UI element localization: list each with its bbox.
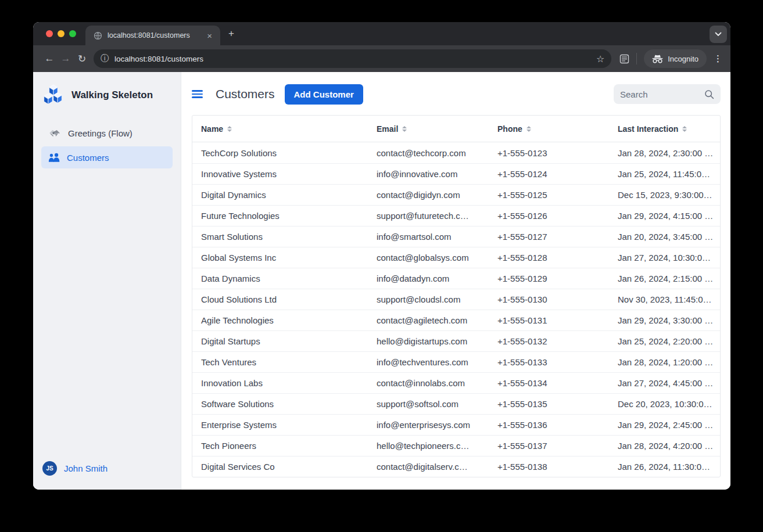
cell-phone: +1-555-0138 [489, 456, 609, 477]
minimize-window-button[interactable] [58, 30, 65, 37]
search-icon [704, 89, 714, 99]
cell-name: Digital Dynamics [192, 185, 368, 205]
back-button[interactable]: ← [41, 53, 58, 64]
table-row[interactable]: Future Technologies support@futuretech.c… [192, 205, 720, 226]
close-tab-icon[interactable]: × [205, 30, 214, 41]
table-row[interactable]: Enterprise Systems info@enterprisesys.co… [192, 414, 720, 435]
add-customer-button[interactable]: Add Customer [285, 84, 363, 105]
table-row[interactable]: Innovative Systems info@innovative.com +… [192, 163, 720, 184]
table-row[interactable]: Software Solutions support@softsol.com +… [192, 393, 720, 414]
table-row[interactable]: Global Systems Inc contact@globalsys.com… [192, 247, 720, 268]
reload-button[interactable]: ↻ [74, 53, 90, 65]
cell-name: Future Technologies [192, 206, 368, 226]
table-row[interactable]: Innovation Labs contact@innolabs.com +1-… [192, 372, 720, 393]
sort-icon[interactable] [402, 126, 407, 132]
sidebar-item-label: Greetings (Flow) [68, 128, 132, 138]
table-row[interactable]: TechCorp Solutions contact@techcorp.com … [192, 142, 720, 163]
forward-button[interactable]: → [58, 53, 74, 64]
column-header-phone[interactable]: Phone [489, 116, 609, 142]
sort-icon[interactable] [227, 126, 232, 132]
cell-email: support@cloudsl.com [368, 289, 489, 310]
cell-last-interaction: Jan 26, 2024, 2:15:00 … [609, 268, 721, 289]
cell-name: Data Dynamics [192, 268, 368, 289]
cell-last-interaction: Jan 20, 2024, 3:45:00 … [609, 227, 721, 247]
cell-name: Smart Solutions [192, 227, 368, 247]
sidebar-item-label: Customers [67, 153, 109, 163]
browser-tab[interactable]: localhost:8081/customers × [85, 26, 220, 45]
app-title: Walking Skeleton [71, 89, 153, 101]
new-tab-button[interactable]: + [228, 28, 234, 38]
page-content: Walking Skeleton Greetings (Flow) [33, 72, 730, 490]
main-area: Customers Add Customer Name [181, 72, 730, 490]
cell-email: contact@digidyn.com [368, 185, 489, 205]
search-input[interactable] [620, 89, 704, 99]
cell-name: Cloud Solutions Ltd [192, 289, 368, 310]
cell-last-interaction: Jan 28, 2024, 4:20:00 … [609, 436, 721, 456]
column-header-email[interactable]: Email [368, 116, 489, 142]
cell-email: hello@techpioneers.c… [368, 436, 489, 456]
cell-last-interaction: Jan 27, 2024, 4:45:00 … [609, 373, 721, 393]
customers-grid: Name Email Phone Last Interaction [192, 115, 721, 477]
table-row[interactable]: Digital Services Co contact@digitalserv.… [192, 456, 720, 477]
cell-email: info@smartsol.com [368, 227, 489, 247]
cell-phone: +1-555-0132 [489, 331, 609, 351]
cell-email: info@techventures.com [368, 352, 489, 372]
cell-email: contact@digitalserv.c… [368, 456, 489, 477]
toolbar-divider [636, 53, 637, 64]
zoom-window-button[interactable] [69, 30, 76, 37]
sidebar-spacer [33, 168, 181, 453]
grid-header-row: Name Email Phone Last Interaction [192, 116, 720, 142]
close-window-button[interactable] [46, 30, 53, 37]
users-icon [48, 153, 60, 163]
chevron-down-icon [715, 32, 722, 37]
incognito-label: Incognito [668, 55, 698, 63]
cell-last-interaction: Nov 30, 2023, 11:45:0… [609, 289, 721, 310]
table-row[interactable]: Data Dynamics info@datadyn.com +1-555-01… [192, 268, 720, 289]
cell-last-interaction: Jan 25, 2024, 11:45:0… [609, 164, 721, 184]
table-row[interactable]: Cloud Solutions Ltd support@cloudsl.com … [192, 289, 720, 310]
url-text[interactable]: localhost:8081/customers [114, 55, 596, 63]
table-row[interactable]: Smart Solutions info@smartsol.com +1-555… [192, 226, 720, 247]
table-row[interactable]: Agile Technologies contact@agiletech.com… [192, 310, 720, 330]
cell-name: Enterprise Systems [192, 415, 368, 435]
tab-search-button[interactable] [710, 26, 727, 43]
cell-phone: +1-555-0127 [489, 227, 609, 247]
column-header-name[interactable]: Name [192, 116, 368, 142]
cell-phone: +1-555-0130 [489, 289, 609, 310]
reading-list-icon[interactable] [619, 54, 629, 64]
table-row[interactable]: Tech Ventures info@techventures.com +1-5… [192, 351, 720, 372]
cell-name: Software Solutions [192, 394, 368, 414]
incognito-icon [652, 55, 663, 63]
cell-name: TechCorp Solutions [192, 142, 368, 163]
cell-last-interaction: Jan 26, 2024, 11:30:0… [609, 456, 721, 477]
table-row[interactable]: Digital Dynamics contact@digidyn.com +1-… [192, 184, 720, 205]
address-bar[interactable]: ⓘ localhost:8081/customers ☆ [94, 49, 611, 68]
browser-window: localhost:8081/customers × + ← → ↻ ⓘ loc… [33, 22, 730, 490]
cell-phone: +1-555-0135 [489, 394, 609, 414]
cell-phone: +1-555-0123 [489, 142, 609, 163]
bookmark-star-icon[interactable]: ☆ [596, 53, 604, 64]
cell-phone: +1-555-0131 [489, 310, 609, 330]
table-row[interactable]: Tech Pioneers hello@techpioneers.c… +1-5… [192, 435, 720, 456]
site-info-icon[interactable]: ⓘ [101, 53, 109, 64]
drawer-toggle-icon[interactable] [192, 90, 203, 98]
cell-phone: +1-555-0136 [489, 415, 609, 435]
cell-name: Global Systems Inc [192, 247, 368, 268]
cell-phone: +1-555-0124 [489, 164, 609, 184]
cell-email: info@datadyn.com [368, 268, 489, 289]
column-header-last-interaction[interactable]: Last Interaction [609, 116, 721, 142]
cell-last-interaction: Jan 25, 2024, 2:20:00 … [609, 331, 721, 351]
sidebar-item-customers[interactable]: Customers [41, 146, 173, 168]
cell-last-interaction: Jan 29, 2024, 3:30:00 … [609, 310, 721, 330]
cell-last-interaction: Jan 29, 2024, 2:45:00 … [609, 415, 721, 435]
sort-icon[interactable] [526, 126, 531, 132]
browser-toolbar: ← → ↻ ⓘ localhost:8081/customers ☆ Incog… [33, 45, 730, 72]
user-menu[interactable]: JS John Smith [33, 453, 181, 490]
table-row[interactable]: Digital Startups hello@digistartups.com … [192, 330, 720, 351]
sidebar-item-greetings[interactable]: Greetings (Flow) [41, 122, 173, 144]
search-box[interactable] [614, 84, 721, 104]
sort-icon[interactable] [682, 126, 687, 132]
cell-name: Innovation Labs [192, 373, 368, 393]
browser-menu-button[interactable]: ⋮ [714, 53, 722, 64]
avatar: JS [42, 461, 57, 476]
